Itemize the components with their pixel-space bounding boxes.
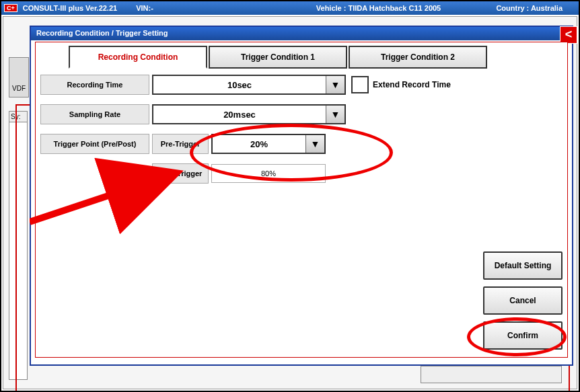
vdr-sidebar-icon[interactable]: VDF [9,57,29,97]
row-post-trigger: Post-Trigger 80% [40,163,471,184]
country-field: Country : Australia [496,4,563,12]
default-setting-button[interactable]: Default Setting [483,251,563,280]
pre-trigger-label: Pre-Trigger [152,134,209,154]
post-trigger-label: Post-Trigger [152,163,209,184]
app-topbar: C+ CONSULT-III plus Ver.22.21 VIN:- Vehi… [1,1,579,15]
recording-condition-modal: Recording Condition / Trigger Setting < … [30,26,573,366]
recording-time-label: Recording Time [40,75,149,95]
cancel-button[interactable]: Cancel [483,286,563,315]
side-button-column: Default Setting Cancel Confirm [483,251,563,350]
form-area: Recording Time 10sec ▼ Extend Record Tim… [40,74,471,192]
tab-strip: Recording Condition Trigger Condition 1 … [69,46,488,69]
chevron-down-icon: ▼ [326,76,345,93]
app-title: CONSULT-III plus Ver.22.21 [23,4,117,12]
confirm-button[interactable]: Confirm [483,321,563,350]
sampling-rate-value: 20msec [153,110,326,120]
bottom-toolbar-hint [421,366,562,383]
pre-trigger-value: 20% [213,139,305,149]
sampling-rate-dropdown[interactable]: 20msec ▼ [152,104,346,124]
vin-field: VIN:- [136,4,297,12]
chevron-down-icon: ▼ [326,106,345,123]
extend-record-checkbox[interactable] [351,76,369,93]
pre-trigger-dropdown[interactable]: 20% ▼ [211,134,326,154]
modal-titlebar: Recording Condition / Trigger Setting [31,27,572,40]
row-sampling-rate: Sampling Rate 20msec ▼ [40,104,471,125]
sampling-rate-label: Sampling Rate [40,104,149,124]
row-recording-time: Recording Time 10sec ▼ Extend Record Tim… [40,74,471,95]
trigger-point-label: Trigger Point (Pre/Post) [40,134,149,154]
row-pre-trigger: Trigger Point (Pre/Post) Pre-Trigger 20%… [40,133,471,155]
recording-time-dropdown[interactable]: 10sec ▼ [152,75,346,95]
tab-trigger-condition-2[interactable]: Trigger Condition 2 [349,46,487,69]
tab-recording-condition[interactable]: Recording Condition [69,46,207,69]
tab-trigger-condition-1[interactable]: Trigger Condition 1 [209,46,347,69]
spacer [40,163,149,184]
extend-record-label: Extend Record Time [373,80,451,89]
post-trigger-value: 80% [211,164,326,183]
vehicle-field: Vehicle : TIIDA Hatchback C11 2005 [316,4,478,12]
app-badge-icon: C+ [4,4,17,12]
recording-time-value: 10sec [153,80,326,90]
chevron-down-icon: ▼ [305,135,324,153]
